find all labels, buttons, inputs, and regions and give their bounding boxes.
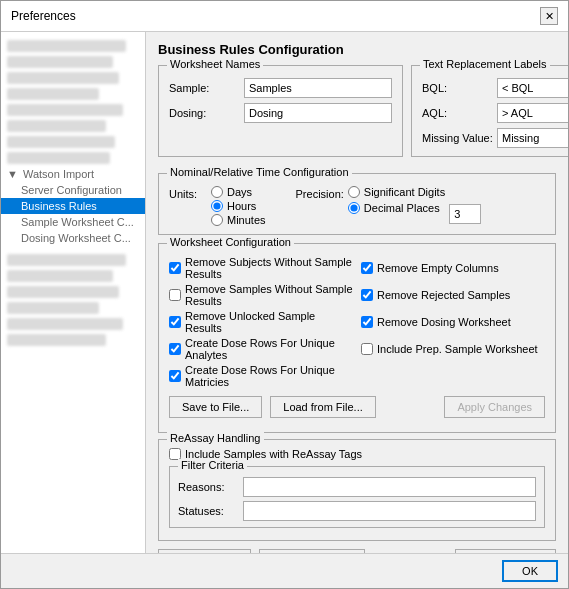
- precision-value-input[interactable]: [449, 204, 481, 224]
- statuses-label: Statuses:: [178, 505, 243, 517]
- filter-criteria-label: Filter Criteria: [178, 459, 247, 471]
- ws-load-button[interactable]: Load from File...: [270, 396, 375, 418]
- checkbox-create-analytes: Create Dose Rows For Unique Analytes: [169, 337, 353, 361]
- sig-digits-radio[interactable]: [348, 186, 360, 198]
- sample-input[interactable]: [244, 78, 392, 98]
- missing-label: Missing Value:: [422, 132, 497, 144]
- checkbox-remove-samples: Remove Samples Without Sample Results: [169, 283, 353, 307]
- nominal-time-label: Nominal/Relative Time Configuration: [167, 166, 352, 178]
- reassay-section: ReAssay Handling Include Samples with Re…: [158, 439, 556, 541]
- sidebar-item-dosing-worksheet[interactable]: Dosing Worksheet C...: [1, 230, 145, 246]
- close-button[interactable]: ✕: [540, 7, 558, 25]
- remove-dosing-checkbox[interactable]: [361, 316, 373, 328]
- create-matricies-checkbox[interactable]: [169, 370, 181, 382]
- days-radio[interactable]: [211, 186, 223, 198]
- dosing-label: Dosing:: [169, 107, 244, 119]
- decimal-places-radio[interactable]: [348, 202, 360, 214]
- tree-collapse-icon: ▼: [7, 168, 18, 180]
- sample-label: Sample:: [169, 82, 244, 94]
- sidebar-item-business-rules[interactable]: Business Rules: [1, 198, 145, 214]
- remove-samples-checkbox[interactable]: [169, 289, 181, 301]
- minutes-radio[interactable]: [211, 214, 223, 226]
- missing-input[interactable]: [497, 128, 568, 148]
- ws-apply-button[interactable]: Apply Changes: [444, 396, 545, 418]
- remove-unlocked-checkbox[interactable]: [169, 316, 181, 328]
- ws-save-button[interactable]: Save to File...: [169, 396, 262, 418]
- days-label: Days: [227, 186, 252, 198]
- preferences-window: Preferences ✕ ▼ Wats: [0, 0, 569, 589]
- title-bar: Preferences ✕: [1, 1, 568, 32]
- hours-label: Hours: [227, 200, 256, 212]
- checkbox-create-matricies: Create Dose Rows For Unique Matricies: [169, 364, 353, 388]
- aql-input[interactable]: [497, 103, 568, 123]
- dosing-input[interactable]: [244, 103, 392, 123]
- checkbox-remove-empty-cols: Remove Empty Columns: [361, 256, 545, 280]
- aql-label: AQL:: [422, 107, 497, 119]
- worksheet-config-label: Worksheet Configuration: [167, 236, 294, 248]
- include-prep-checkbox[interactable]: [361, 343, 373, 355]
- worksheet-names-label: Worksheet Names: [167, 58, 263, 70]
- checkbox-remove-rejected: Remove Rejected Samples: [361, 283, 545, 307]
- checkbox-remove-subjects: Remove Subjects Without Sample Results: [169, 256, 353, 280]
- precision-label: Precision:: [296, 186, 344, 200]
- text-replacement-label: Text Replacement Labels: [420, 58, 550, 70]
- units-label: Units:: [169, 186, 207, 200]
- remove-subjects-checkbox[interactable]: [169, 262, 181, 274]
- right-panel: Business Rules Configuration Worksheet N…: [146, 32, 568, 553]
- create-analytes-checkbox[interactable]: [169, 343, 181, 355]
- checkbox-include-prep: Include Prep. Sample Worksheet: [361, 337, 545, 361]
- decimal-places-label: Decimal Places: [364, 202, 440, 214]
- reasons-label: Reasons:: [178, 481, 243, 493]
- bottom-bar: OK: [1, 553, 568, 588]
- reasons-input[interactable]: [243, 477, 536, 497]
- sig-digits-label: Significant Digits: [364, 186, 445, 198]
- page-title: Business Rules Configuration: [158, 42, 556, 57]
- statuses-input[interactable]: [243, 501, 536, 521]
- window-title: Preferences: [11, 9, 76, 23]
- bql-input[interactable]: [497, 78, 568, 98]
- sidebar: ▼ Watson Import Server Configuration Bus…: [1, 32, 146, 553]
- checkbox-remove-dosing: Remove Dosing Worksheet: [361, 310, 545, 334]
- minutes-label: Minutes: [227, 214, 266, 226]
- sidebar-item-watson-import[interactable]: ▼ Watson Import: [1, 166, 145, 182]
- remove-empty-cols-checkbox[interactable]: [361, 262, 373, 274]
- sidebar-item-sample-worksheet[interactable]: Sample Worksheet C...: [1, 214, 145, 230]
- sidebar-item-server-config[interactable]: Server Configuration: [1, 182, 145, 198]
- ok-button[interactable]: OK: [502, 560, 558, 582]
- checkbox-remove-unlocked: Remove Unlocked Sample Results: [169, 310, 353, 334]
- hours-radio[interactable]: [211, 200, 223, 212]
- reassay-label: ReAssay Handling: [167, 432, 264, 444]
- bql-label: BQL:: [422, 82, 497, 94]
- main-content: ▼ Watson Import Server Configuration Bus…: [1, 32, 568, 553]
- remove-rejected-checkbox[interactable]: [361, 289, 373, 301]
